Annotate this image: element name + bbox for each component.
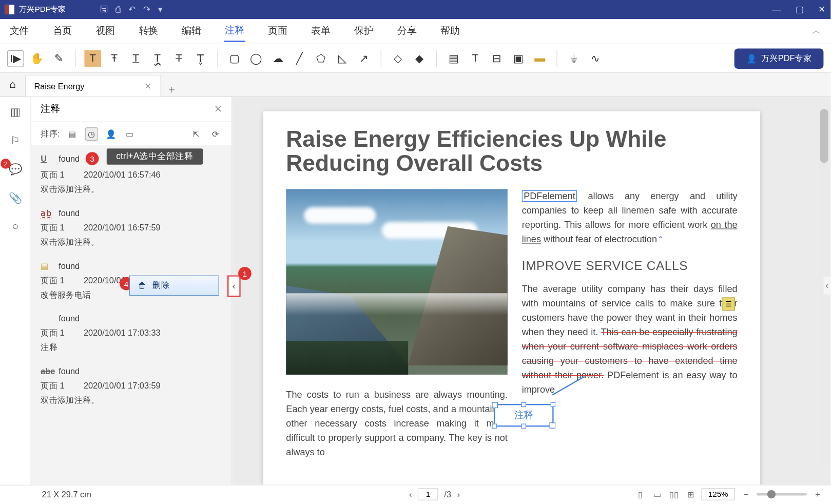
menu-form[interactable]: 表单 [310,22,332,41]
area-highlight-tool-icon[interactable]: ▬ [531,50,548,67]
maximize-icon[interactable]: ▢ [796,4,804,15]
caret-tool-icon[interactable]: T̬ [192,50,209,67]
import-comments-icon[interactable]: ⟳ [209,127,222,141]
sort-author-icon[interactable]: 👤 [104,127,118,141]
save-icon[interactable]: 🖫 [100,4,108,15]
menu-view[interactable]: 视图 [94,22,116,41]
prev-page-icon[interactable]: ‹ [409,489,412,499]
comment-date: 2020/10/01 16:57:46 [84,170,161,181]
zoom-slider[interactable] [757,493,807,495]
expert-button[interactable]: 👤 万兴PDF专家 [735,48,824,69]
left-sidebar: ▥ ⚐ 💬 📎 ○ 2 [0,97,31,485]
document-right-column: PDFelement allows any energy and utility… [522,189,738,460]
menu-home[interactable]: 首页 [51,22,73,41]
pencil-tool-icon[interactable]: ◆ [411,50,428,67]
thumbnails-icon[interactable]: ▥ [10,105,21,119]
attachment-tool-icon[interactable]: ∿ [587,50,604,67]
document-viewer[interactable]: Raise Energy Efficiencies Up While Reduc… [232,97,830,485]
cloud-tool-icon[interactable]: ☁ [269,50,286,67]
polygon-tool-icon[interactable]: ⬠ [313,50,330,67]
zoom-out-icon[interactable]: − [740,488,751,500]
panel-close-icon[interactable]: ✕ [214,104,222,115]
menu-file[interactable]: 文件 [8,22,30,41]
edit-tool-icon[interactable]: ✎ [50,50,67,67]
comment-item[interactable]: found 页面 12020/10/01 17:03:33 注释 [31,307,232,360]
textbox-tool-icon[interactable]: ⊟ [488,50,505,67]
comment-item[interactable]: abcfound 页面 12020/10/01 17:03:59 双击添加注释。 [31,360,232,413]
rectangle-tool-icon[interactable]: ▢ [226,50,243,67]
hand-tool-icon[interactable]: ✋ [29,50,46,67]
menu-protect[interactable]: 保护 [353,22,375,41]
stamp-tool-icon[interactable]: ⏚ [566,50,583,67]
app-logo-icon [5,5,14,14]
zoom-in-icon[interactable]: ＋ [811,488,823,500]
menu-share[interactable]: 分享 [396,22,418,41]
note-tool-icon[interactable]: ▤ [446,50,462,67]
trash-icon: 🗑 [138,281,146,290]
menu-page[interactable]: 页面 [267,22,288,41]
menu-convert[interactable]: 转换 [138,22,159,41]
menu-comment[interactable]: 注释 [224,21,245,42]
highlight-tool-icon[interactable]: T [84,50,101,67]
comment-item[interactable]: ▤found 页面 12020/10/01 17:00:39 改善服务电话 4 … [31,255,232,308]
print-icon[interactable]: ⎙ [115,4,121,15]
new-tab-icon[interactable]: ＋ [161,82,183,96]
context-delete[interactable]: 🗑 删除 [130,278,219,293]
home-tab-icon[interactable]: ⌂ [0,72,25,96]
arrow-tool-icon[interactable]: ↗ [356,50,373,67]
callout-annotation[interactable]: 注释 [494,404,554,427]
sort-page-icon[interactable]: ▤ [66,127,79,141]
comment-date: 2020/10/01 16:57:59 [84,223,161,234]
comment-author: found [59,261,80,270]
minimize-icon[interactable]: ― [772,4,781,15]
user-icon: 👤 [746,53,757,63]
bookmarks-icon[interactable]: ⚐ [10,134,20,147]
next-page-icon[interactable]: › [457,489,460,499]
attachments-icon[interactable]: 📎 [9,191,22,205]
typewriter-tool-icon[interactable]: T [467,50,484,67]
callout-tool-icon[interactable]: ▣ [510,50,527,67]
squiggly-annotation-icon: a̰b̰ [41,208,52,218]
undo-icon[interactable]: ↶ [128,4,136,15]
toolbar-separator [217,50,218,67]
eraser-tool-icon[interactable]: ◇ [390,50,407,67]
export-comments-icon[interactable]: ⇱ [190,127,203,141]
close-tab-icon[interactable]: ✕ [144,81,152,91]
close-window-icon[interactable]: ✕ [818,4,826,15]
select-tool-icon[interactable]: I▶ [7,50,24,67]
comment-note: 双击添加注释。 [41,395,222,406]
tool-2-icon[interactable]: Ŧ [106,50,123,67]
oval-tool-icon[interactable]: ◯ [248,50,265,67]
page-dimensions: 21 X 29.7 cm [42,489,91,499]
line-tool-icon[interactable]: ╱ [291,50,308,67]
sort-type-icon[interactable]: ▭ [123,127,137,141]
sort-time-icon[interactable]: ◷ [85,127,98,141]
view-continuous-icon[interactable]: ▭ [651,488,663,500]
redo-icon[interactable]: ↷ [143,4,151,15]
scrollbar-thumb[interactable] [820,109,828,163]
view-facing-icon[interactable]: ▯▯ [668,488,680,500]
menu-edit[interactable]: 编辑 [181,22,202,41]
page-number-input[interactable] [418,488,438,500]
search-panel-icon[interactable]: ○ [12,220,18,232]
comment-author: found [59,366,80,376]
view-single-icon[interactable]: ▯ [634,488,646,500]
app-title: 万兴PDF专家 [19,4,66,15]
sort-label: 排序: [41,128,60,139]
menu-help[interactable]: 帮助 [439,22,461,41]
right-panel-toggle-icon[interactable]: ‹ [823,277,830,295]
document-tab[interactable]: Raise Energy ✕ [25,75,161,96]
qat-dropdown-icon[interactable]: ▾ [158,4,163,15]
panel-collapse-handle[interactable]: ‹ [227,275,241,297]
strikeout-tool-icon[interactable]: T [170,50,187,67]
squiggly-tool-icon[interactable]: T [149,50,166,67]
comment-item[interactable]: a̰b̰found 页面 12020/10/01 16:57:59 双击添加注释… [31,202,232,255]
comment-item[interactable]: U found 3 页面 12020/10/01 16:57:46 双击添加注释… [31,146,232,203]
view-grid-icon[interactable]: ⊞ [685,488,697,500]
zoom-value-input[interactable] [702,488,735,500]
menu-bar: 文件 首页 视图 转换 编辑 注释 页面 表单 保护 分享 帮助 ︿ [0,19,830,44]
polyline-tool-icon[interactable]: ◺ [334,50,351,67]
underline-tool-icon[interactable]: T [127,50,144,67]
sticky-note-marker-icon[interactable]: ☰ [722,298,735,311]
menu-collapse-icon[interactable]: ︿ [810,22,822,41]
